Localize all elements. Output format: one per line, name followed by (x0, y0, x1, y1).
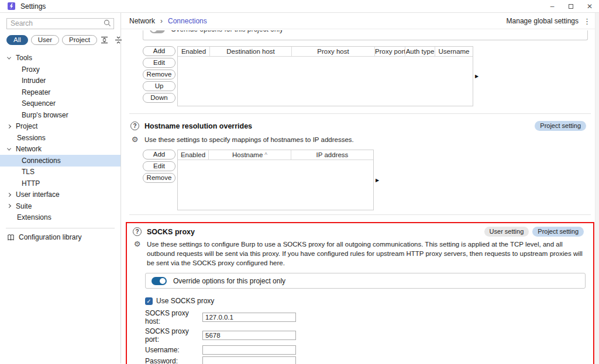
sidebar-item-user-interface[interactable]: User interface (0, 189, 121, 201)
use-socks-proxy-label: Use SOCKS proxy (156, 297, 214, 305)
table-expand-arrow-icon[interactable]: ▶ (376, 178, 379, 183)
close-button[interactable]: ✕ (580, 0, 599, 13)
hostname-edit-button[interactable]: Edit (143, 161, 175, 171)
sidebar-item-sequencer[interactable]: Sequencer (0, 98, 121, 110)
sidebar-item-tls[interactable]: TLS (0, 167, 121, 178)
chevron-right-icon (7, 193, 11, 197)
search-input[interactable] (6, 18, 114, 29)
upstream-edit-button[interactable]: Edit (143, 58, 175, 68)
override-options-box: Override options for this project only (145, 273, 586, 289)
section-description: Use these settings to configure Burp to … (147, 240, 586, 268)
breadcrumb: Network › Connections (129, 17, 207, 25)
minimize-button[interactable]: – (543, 0, 562, 13)
maximize-button[interactable] (562, 0, 580, 13)
column-header-proxy-host[interactable]: Proxy host (292, 47, 375, 56)
hostname-resolution-section: ? Hostname resolution overrides Project … (129, 114, 591, 210)
vertical-scrollbar[interactable] (595, 13, 599, 364)
section-title: SOCKS proxy (147, 228, 195, 236)
username-input[interactable] (202, 345, 296, 355)
filter-all-pill[interactable]: All (6, 35, 28, 45)
manage-global-settings-link[interactable]: Manage global settings (507, 17, 579, 25)
gear-icon: ⚙ (133, 240, 142, 268)
upstream-add-button[interactable]: Add (143, 46, 175, 56)
upstream-down-button[interactable]: Down (143, 93, 175, 103)
sidebar-item-project[interactable]: Project (0, 121, 121, 133)
column-header-hostname[interactable]: Hostname^ (209, 150, 291, 160)
help-icon[interactable]: ? (130, 122, 139, 130)
sidebar-divider (6, 228, 115, 228)
column-header-proxy-port[interactable]: Proxy port (375, 47, 405, 56)
window-title: Settings (20, 2, 46, 11)
upstream-proxy-table[interactable]: Enabled Destination host Proxy host Prox… (177, 46, 473, 106)
override-toggle[interactable] (152, 277, 167, 285)
expand-all-icon[interactable] (100, 36, 109, 44)
chevron-down-icon (7, 55, 11, 59)
kebab-menu-icon[interactable]: ⋮ (583, 18, 591, 25)
settings-sidebar: All User Project Tools Proxy Intruder Re… (0, 13, 121, 363)
socks-port-label: SOCKS proxy port: (145, 327, 202, 344)
search-box (6, 18, 114, 29)
section-description: Use these settings to specify mappings o… (144, 135, 354, 144)
user-setting-badge: User setting (484, 227, 529, 237)
burp-settings-app-icon (8, 2, 15, 10)
sort-ascending-icon: ^ (264, 152, 267, 158)
password-label: Password: (145, 357, 202, 364)
filter-project-pill[interactable]: Project (62, 35, 97, 45)
hostname-table[interactable]: Enabled Hostname^ IP address (177, 150, 374, 210)
override-toggle-label: Override options for this project only (173, 277, 285, 285)
column-header-ip-address[interactable]: IP address (291, 150, 373, 160)
chevron-down-icon (7, 146, 11, 150)
socks-host-input[interactable] (202, 313, 296, 322)
clipped-override-box: Override options for this project only (143, 30, 588, 40)
sidebar-item-sessions[interactable]: Sessions (0, 132, 121, 144)
content-header: Network › Connections Manage global sett… (121, 13, 599, 29)
settings-tree: Tools Proxy Intruder Repeater Sequencer … (0, 53, 121, 224)
project-setting-badge: Project setting (535, 121, 586, 131)
sidebar-item-extensions[interactable]: Extensions (0, 212, 121, 224)
column-header-enabled[interactable]: Enabled (178, 150, 209, 160)
clipped-override-toggle[interactable] (150, 30, 165, 33)
breadcrumb-separator-icon: › (160, 17, 163, 25)
section-title: Hostname resolution overrides (144, 122, 252, 130)
gear-icon: ⚙ (130, 135, 139, 144)
settings-scroll-area: Override options for this project only A… (121, 29, 599, 364)
search-icon (104, 19, 111, 27)
username-label: Username: (145, 346, 202, 354)
upstream-up-button[interactable]: Up (143, 81, 175, 91)
table-expand-arrow-icon[interactable]: ▶ (475, 74, 478, 79)
maximize-icon (569, 4, 573, 9)
filter-pills: All User Project (6, 35, 114, 45)
sidebar-item-proxy[interactable]: Proxy (0, 64, 121, 75)
sidebar-item-suite[interactable]: Suite (0, 200, 121, 212)
column-header-destination-host[interactable]: Destination host (210, 47, 292, 56)
hostname-add-button[interactable]: Add (143, 150, 175, 160)
password-input[interactable] (202, 356, 296, 364)
sidebar-item-connections[interactable]: Connections (0, 155, 121, 167)
column-header-username[interactable]: Username (435, 47, 473, 56)
upstream-remove-button[interactable]: Remove (143, 70, 175, 79)
socks-port-input[interactable] (202, 331, 296, 340)
column-header-auth-type[interactable]: Auth type (405, 47, 435, 56)
column-header-enabled[interactable]: Enabled (178, 47, 210, 56)
socks-host-label: SOCKS proxy host: (145, 309, 202, 325)
sidebar-item-tools[interactable]: Tools (0, 53, 121, 64)
breadcrumb-network[interactable]: Network (129, 17, 155, 25)
chevron-right-icon (7, 204, 11, 208)
filter-user-pill[interactable]: User (31, 35, 59, 45)
configuration-library-link[interactable]: Configuration library (0, 233, 121, 241)
upstream-proxy-section: Add Edit Remove Up Down Enabled Destinat… (129, 46, 591, 106)
use-socks-proxy-checkbox[interactable]: ✓ (145, 297, 153, 305)
sidebar-item-burps-browser[interactable]: Burp's browser (0, 109, 121, 121)
sidebar-item-network[interactable]: Network (0, 144, 121, 155)
sidebar-item-intruder[interactable]: Intruder (0, 75, 121, 87)
sidebar-item-http[interactable]: HTTP (0, 178, 121, 189)
section-divider (129, 214, 591, 215)
chevron-right-icon (7, 124, 11, 129)
book-icon (7, 234, 15, 241)
help-icon[interactable]: ? (133, 227, 142, 236)
titlebar: Settings – ✕ (0, 0, 599, 13)
breadcrumb-connections[interactable]: Connections (168, 17, 207, 25)
sidebar-item-repeater[interactable]: Repeater (0, 86, 121, 98)
socks-proxy-highlight-box: ? SOCKS proxy User setting Project setti… (126, 222, 594, 364)
hostname-remove-button[interactable]: Remove (143, 173, 175, 183)
